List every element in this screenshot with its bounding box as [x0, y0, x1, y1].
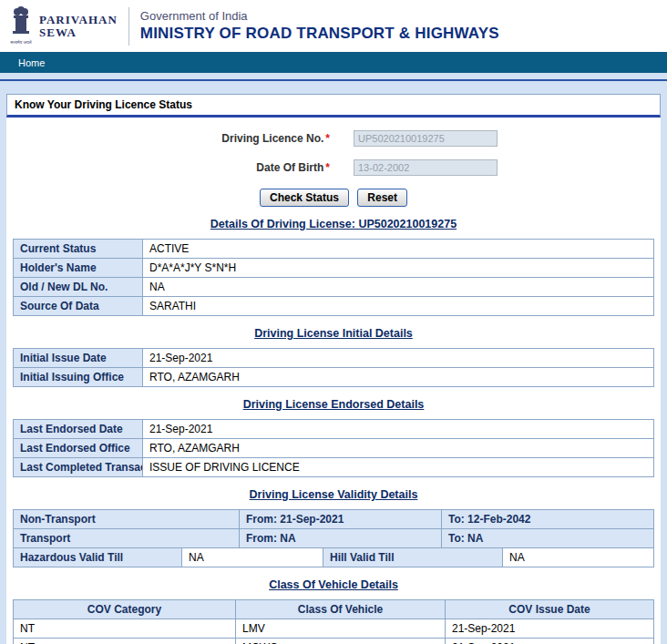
nav-home-link[interactable]: Home: [18, 57, 45, 68]
dob-label: Date Of Birth*: [13, 161, 330, 174]
page-title: Know Your Driving Licence Status: [6, 94, 661, 118]
logo-block: सत्यमेव जयते PARIVAHAN SEWA: [9, 6, 118, 46]
validity-details-heading: Driving License Validity Details: [13, 488, 654, 501]
validity-from: From: NA: [240, 529, 442, 548]
table-row: Transport From: NA To: NA: [14, 529, 654, 548]
hazardous-valid-till-value: NA: [182, 548, 323, 567]
dl-number-label-text: Driving Licence No.: [221, 132, 323, 145]
hill-valid-till-value: NA: [503, 548, 654, 567]
row-value: ISSUE OF DRIVING LICENCE: [143, 458, 654, 477]
row-label: Last Completed Transaction: [14, 458, 143, 477]
site-header: सत्यमेव जयते PARIVAHAN SEWA Government o…: [0, 0, 667, 52]
table-row: Source Of Data SARATHI: [14, 297, 654, 316]
validity-extra-table: Hazardous Valid Till NA Hill Valid Till …: [13, 547, 654, 567]
ministry-block: Government of India MINISTRY OF ROAD TRA…: [140, 9, 499, 43]
table-row: NT LMV 21-Sep-2021: [14, 619, 654, 639]
cov-issue-date-cell: 21-Sep-2021: [446, 619, 654, 639]
government-of-india-text: Government of India: [140, 9, 499, 23]
row-value: ACTIVE: [143, 240, 654, 259]
row-label: Transport: [14, 529, 240, 548]
row-label: Source Of Data: [14, 297, 143, 316]
initial-details-table: Initial Issue Date 21-Sep-2021 Initial I…: [13, 348, 654, 387]
table-row: Holder's Name D*A*A*J*Y S*N*H: [14, 259, 654, 278]
dob-label-text: Date Of Birth: [256, 161, 323, 174]
table-row: NT MCWG 21-Sep-2021: [14, 639, 654, 644]
brand-name: PARIVAHAN SEWA: [39, 14, 118, 38]
cov-class-cell: LMV: [236, 619, 446, 639]
column-header: COV Category: [14, 600, 236, 619]
button-row: Check Status Reset: [13, 189, 654, 207]
row-label: Last Endorsed Office: [14, 439, 143, 458]
cov-details-heading: Class Of Vehicle Details: [13, 578, 654, 591]
brand-line1: PARIVAHAN: [39, 14, 118, 26]
brand-line2: SEWA: [39, 26, 118, 39]
cov-class-cell: MCWG: [236, 639, 446, 644]
main-nav-bar: Home: [0, 52, 667, 73]
required-marker: *: [325, 161, 330, 174]
check-status-button[interactable]: Check Status: [260, 189, 349, 207]
table-row: Initial Issue Date 21-Sep-2021: [14, 349, 654, 368]
validity-details-table: Non-Transport From: 21-Sep-2021 To: 12-F…: [13, 509, 654, 548]
dl-number-row: Driving Licence No.*: [13, 130, 654, 147]
row-value: RTO, AZAMGARH: [143, 368, 654, 387]
dob-input[interactable]: [354, 159, 498, 176]
cov-table: COV Category Class Of Vehicle COV Issue …: [13, 599, 654, 644]
column-header: Class Of Vehicle: [236, 600, 446, 619]
required-marker: *: [325, 132, 330, 145]
table-row: Last Completed Transaction ISSUE OF DRIV…: [14, 458, 654, 477]
row-value: D*A*A*J*Y S*N*H: [143, 259, 654, 278]
table-row: Hazardous Valid Till NA Hill Valid Till …: [14, 548, 654, 567]
endorsed-details-table: Last Endorsed Date 21-Sep-2021 Last Endo…: [13, 419, 654, 477]
row-value: 21-Sep-2021: [143, 420, 654, 439]
validity-to: To: 12-Feb-2042: [442, 510, 654, 529]
cov-issue-date-cell: 21-Sep-2021: [446, 639, 654, 644]
cov-category-cell: NT: [14, 639, 236, 644]
row-label: Non-Transport: [14, 510, 240, 529]
cov-category-cell: NT: [14, 619, 236, 639]
emblem-motto: सत्यमेव जयते: [10, 39, 31, 46]
row-label: Old / New DL No.: [14, 278, 143, 297]
column-header: COV Issue Date: [446, 600, 654, 619]
hill-valid-till-label: Hill Valid Till: [323, 548, 503, 567]
details-heading: Details Of Driving License: UP5020210019…: [13, 218, 654, 230]
table-row: Old / New DL No. NA: [14, 278, 654, 297]
reset-button[interactable]: Reset: [357, 189, 407, 207]
row-label: Last Endorsed Date: [14, 420, 143, 439]
hazardous-valid-till-label: Hazardous Valid Till: [14, 548, 182, 567]
table-row: Non-Transport From: 21-Sep-2021 To: 12-F…: [14, 510, 654, 529]
row-value: NA: [143, 278, 654, 297]
ministry-title: MINISTRY OF ROAD TRANSPORT & HIGHWAYS: [140, 25, 499, 43]
table-row: Initial Issuing Office RTO, AZAMGARH: [14, 368, 654, 387]
dl-number-input[interactable]: [354, 130, 498, 147]
dob-row: Date Of Birth*: [13, 159, 654, 176]
validity-from: From: 21-Sep-2021: [240, 510, 442, 529]
row-label: Current Status: [14, 240, 143, 259]
row-label: Initial Issuing Office: [14, 368, 143, 387]
row-value: 21-Sep-2021: [143, 349, 654, 368]
content-area: Driving Licence No.* Date Of Birth* Chec…: [6, 118, 661, 644]
row-label: Holder's Name: [14, 259, 143, 278]
row-label: Initial Issue Date: [14, 349, 143, 368]
top-divider-rule: [0, 79, 667, 81]
header-divider: [128, 7, 129, 46]
dl-number-label: Driving Licence No.*: [13, 132, 330, 145]
table-header-row: COV Category Class Of Vehicle COV Issue …: [14, 600, 654, 619]
details-table: Current Status ACTIVE Holder's Name D*A*…: [13, 239, 654, 316]
row-value: RTO, AZAMGARH: [143, 439, 654, 458]
table-row: Last Endorsed Date 21-Sep-2021: [14, 420, 654, 439]
row-value: SARATHI: [143, 297, 654, 316]
national-emblem-icon: सत्यमेव जयते: [9, 6, 33, 46]
validity-to: To: NA: [442, 529, 654, 548]
table-row: Current Status ACTIVE: [14, 240, 654, 259]
table-row: Last Endorsed Office RTO, AZAMGARH: [14, 439, 654, 458]
initial-details-heading: Driving License Initial Details: [13, 327, 654, 340]
endorsed-details-heading: Driving License Endorsed Details: [13, 398, 654, 411]
